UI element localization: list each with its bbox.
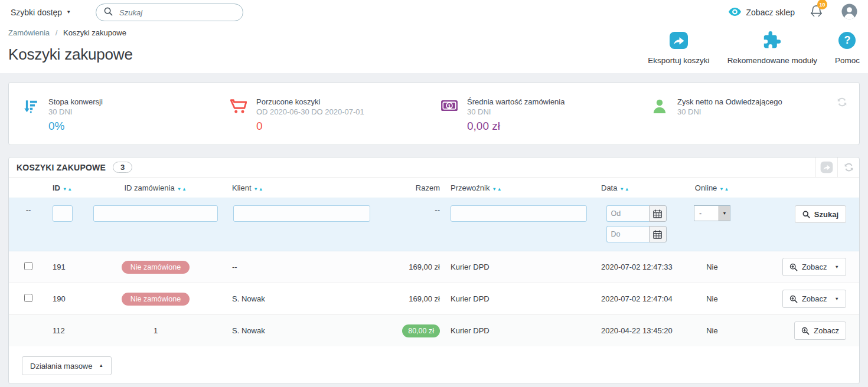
filter-client-input[interactable] [233,205,370,222]
bulk-actions-button[interactable]: Działania masowe ▲ [22,356,112,375]
table-header-row: ID▼▲ ID zamówienia▼▲ Klient▼▲ Razem Prze… [9,178,859,198]
kpi-subtitle: OD 2020-06-30 DO 2020-07-01 [256,107,364,116]
kpi-net-profit-per-visitor[interactable]: Zysk netto na Odwiedzającego 30 DNI [651,97,846,145]
refresh-kpi-icon[interactable] [837,97,847,110]
account-avatar[interactable] [841,4,857,22]
export-icon [669,29,688,51]
column-header-id[interactable]: ID▼▲ [48,178,86,198]
select-all-header [9,178,48,198]
cell-online: Nie [678,251,746,283]
kpi-conversion-rate[interactable]: Stopa konwersji 30 DNI 0% [22,97,230,145]
row-checkbox[interactable] [24,262,32,270]
cell-total: 169,00 zł [378,283,443,315]
sort-desc-icon: ▼ [254,186,259,192]
calendar-icon[interactable] [649,226,667,242]
sort-desc-icon: ▼ [177,186,182,192]
kpi-average-order-value[interactable]: 1 Średnia wartość zamówienia 30 DNI 0,00… [440,97,651,145]
money-icon: 1 [440,97,458,113]
search-input[interactable] [119,8,235,17]
carts-table: ID▼▲ ID zamówienia▼▲ Klient▼▲ Razem Prze… [9,178,859,346]
row-checkbox[interactable] [24,294,32,302]
sort-desc-icon: ▼ [492,186,497,192]
panel-refresh-icon[interactable] [837,158,859,177]
column-header-date[interactable]: Data▼▲ [594,178,678,198]
chevron-down-icon: ▼ [66,10,71,15]
filter-online-select[interactable]: - ▼ [694,205,730,221]
sort-asc-icon: ▲ [67,186,72,192]
zoom-in-icon [789,295,798,303]
help-label: Pomoc [835,56,860,65]
cell-date: 2020-07-02 12:47:33 [594,251,678,283]
kpi-subtitle: 30 DNI [48,107,103,116]
filter-carrier-input[interactable] [451,205,587,222]
column-header-client[interactable]: Klient▼▲ [225,178,378,198]
filter-order-id-input[interactable] [93,205,218,222]
status-badge: Nie zamówione [122,261,190,274]
export-carts-button[interactable]: Eksportuj koszyki [648,29,709,65]
cart-icon [230,97,247,114]
kpi-subtitle: 30 DNI [677,107,782,116]
filter-search-button[interactable]: Szukaj [795,205,846,223]
table-row[interactable]: 112 1 S. Nowak 80,00 zł Kurier DPD 2020-… [9,315,859,347]
sort-desc-icon: ▼ [719,186,724,192]
kpi-title: Porzucone koszyki [256,97,364,106]
filter-id-input[interactable] [53,205,73,222]
column-header-total: Razem [378,178,443,198]
kpi-abandoned-carts[interactable]: Porzucone koszyki OD 2020-06-30 DO 2020-… [230,97,440,145]
column-header-online[interactable]: Online▼▲ [678,178,746,198]
sort-arrows[interactable]: ▼▲ [254,183,264,192]
quick-access-label: Szybki dostęp [11,8,62,17]
panel-export-icon[interactable] [815,158,837,177]
sort-asc-icon: ▲ [625,186,629,192]
page-header: Zamówienia / Koszyki zakupowe Koszyki za… [0,25,868,73]
sort-desc-icon: ▼ [619,186,624,192]
breadcrumb-parent[interactable]: Zamówienia [8,28,50,37]
export-carts-label: Eksportuj koszyki [648,56,709,65]
cell-carrier: Kurier DPD [443,251,594,283]
cell-id: 190 [48,283,86,315]
quick-access-dropdown[interactable]: Szybki dostęp ▼ [11,8,71,17]
notifications-button[interactable]: 10 [810,5,823,20]
svg-text:1: 1 [448,103,451,109]
filter-total-placeholder: -- [435,202,440,214]
column-header-order-id[interactable]: ID zamówienia▼▲ [86,178,225,198]
help-button[interactable]: ? Pomoc [835,29,860,65]
sort-arrows[interactable]: ▼▲ [719,183,729,192]
search-icon [104,7,113,18]
calendar-icon[interactable] [649,205,667,222]
search-icon [802,211,810,218]
kpi-value: 0,00 zł [467,120,564,133]
carts-panel: KOSZYKI ZAKUPOWE 3 ID▼▲ ID zamów [8,157,860,384]
table-row[interactable]: 190 Nie zamówione S. Nowak 169,00 zł Kur… [9,283,859,315]
view-button[interactable]: Zobacz ▼ [782,258,846,276]
view-shop-label: Zobacz sklep [746,8,795,17]
filter-online-value: - [694,206,719,221]
cell-carrier: Kurier DPD [443,315,594,347]
view-shop-link[interactable]: Zobacz sklep [729,8,795,18]
column-header-carrier[interactable]: Przewoźnik▼▲ [443,178,594,198]
view-button[interactable]: Zobacz ▼ [782,290,846,308]
recommended-modules-button[interactable]: Rekomendowane moduły [727,29,817,65]
cell-order-id: 1 [86,315,225,347]
sort-desc-stats-icon [22,97,40,114]
column-header-actions [746,178,859,198]
sort-arrows[interactable]: ▼▲ [177,183,187,192]
table-row[interactable]: 191 Nie zamówione -- 169,00 zł Kurier DP… [9,251,859,283]
kpi-title: Stopa konwersji [48,97,103,106]
view-button[interactable]: Zobacz [794,322,846,340]
puzzle-icon [763,29,782,51]
recommended-modules-label: Rekomendowane moduły [727,56,817,65]
filter-date-to-input[interactable] [606,226,649,242]
sort-arrows[interactable]: ▼▲ [619,183,629,192]
notification-count-badge: 10 [817,0,827,9]
sort-arrows[interactable]: ▼▲ [492,183,502,192]
top-bar: Szybki dostęp ▼ Zobacz sklep 10 [0,0,868,25]
panel-title: KOSZYKI ZAKUPOWE [17,163,106,172]
cell-client: S. Nowak [225,315,378,347]
global-search[interactable] [96,4,243,21]
cell-id: 112 [48,315,86,347]
filter-date-from-input[interactable] [606,205,649,222]
chevron-down-icon: ▼ [835,265,839,270]
kpi-value: 0% [48,120,103,133]
sort-arrows[interactable]: ▼▲ [63,183,73,192]
